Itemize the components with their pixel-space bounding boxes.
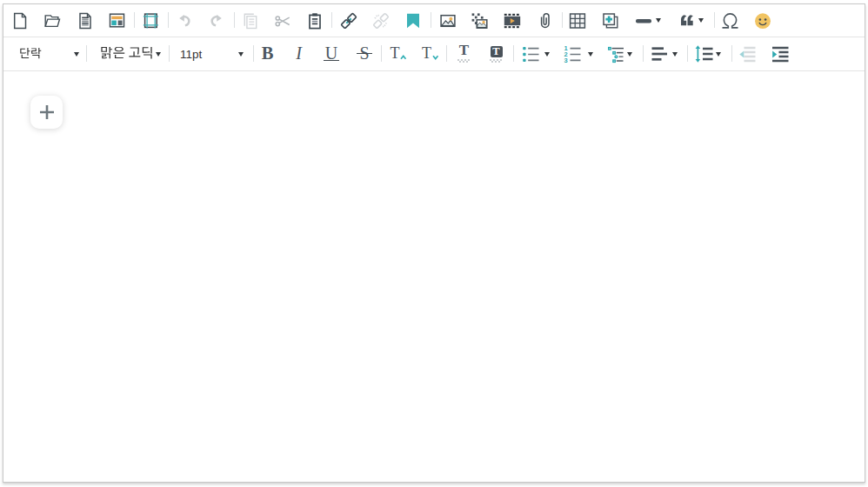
svg-text:3: 3 <box>564 57 568 63</box>
